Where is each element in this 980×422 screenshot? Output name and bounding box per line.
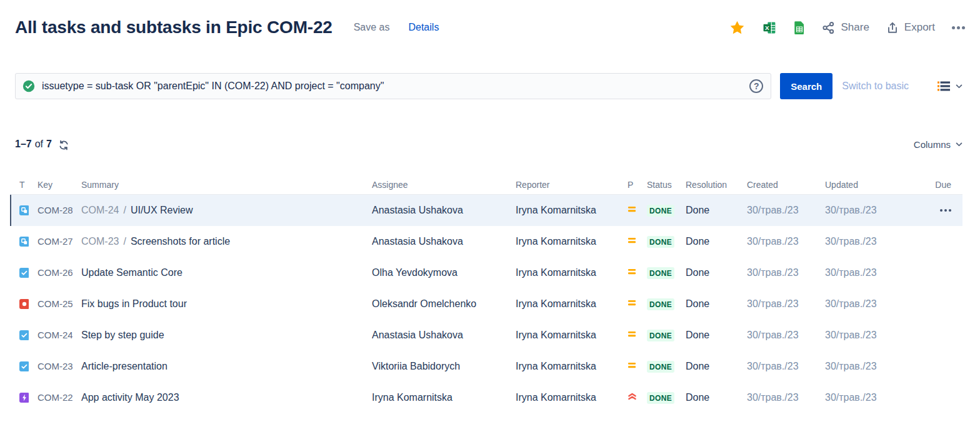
table-row[interactable]: COM-23Article-presentationViktoriia Babi… xyxy=(10,351,962,382)
updated-date: 30/трав./23 xyxy=(816,267,892,278)
created-date: 30/трав./23 xyxy=(738,361,816,372)
col-header-updated[interactable]: Updated xyxy=(816,180,892,190)
issue-summary-link[interactable]: Update Semantic Core xyxy=(81,267,182,278)
task-icon xyxy=(19,331,29,340)
col-header-p[interactable]: P xyxy=(619,180,638,190)
reporter-link[interactable]: Iryna Komarnitska xyxy=(516,361,596,371)
col-header-t[interactable]: T xyxy=(10,180,29,190)
col-header-reporter[interactable]: Reporter xyxy=(507,180,619,190)
export-label: Export xyxy=(904,21,935,34)
excel-export-icon[interactable]: X xyxy=(762,21,777,35)
col-header-summary[interactable]: Summary xyxy=(72,180,363,190)
row-actions-menu[interactable] xyxy=(940,209,951,212)
jira-search-page: All tasks and subtasks in Epic COM-22 Sa… xyxy=(0,0,980,413)
task-icon xyxy=(19,269,29,278)
issue-key-link[interactable]: COM-24 xyxy=(38,330,72,340)
list-view-icon xyxy=(938,81,951,91)
col-header-key[interactable]: Key xyxy=(29,180,72,190)
bug-icon xyxy=(19,300,29,309)
columns-dropdown[interactable]: Columns xyxy=(914,139,962,150)
resolution-value: Done xyxy=(686,298,709,309)
updated-date: 30/трав./23 xyxy=(816,392,892,403)
jql-search-input[interactable] xyxy=(15,73,771,99)
assignee-link[interactable]: Anastasia Ushakova xyxy=(372,330,463,340)
filter-header: All tasks and subtasks in Epic COM-22 Sa… xyxy=(15,0,965,37)
parent-issue-link[interactable]: COM-23 xyxy=(81,236,119,247)
table-row[interactable]: COM-27COM-23/Screenshots for articleAnas… xyxy=(10,226,962,257)
col-header-status[interactable]: Status xyxy=(638,180,677,190)
export-icon xyxy=(886,21,899,34)
status-badge: DONE xyxy=(647,361,674,373)
refresh-icon[interactable] xyxy=(58,140,69,150)
results-toolbar: 1–7of7 Columns xyxy=(15,139,965,150)
issue-summary-link[interactable]: UI/UX Review xyxy=(131,205,193,215)
assignee-link[interactable]: Olha Yevdokymova xyxy=(372,267,458,278)
priority-medium-icon xyxy=(628,361,637,371)
issue-key-link[interactable]: COM-23 xyxy=(38,361,72,371)
issue-summary-link[interactable]: Article-presentation xyxy=(81,361,168,371)
reporter-link[interactable]: Iryna Komarnitska xyxy=(516,267,596,278)
table-row[interactable]: COM-22App activity May 2023Iryna Komarni… xyxy=(10,382,962,413)
table-row[interactable]: COM-25Fix bugs in Product tourOleksandr … xyxy=(10,288,962,320)
details-link[interactable]: Details xyxy=(408,22,439,33)
table-row[interactable]: COM-24Step by step guideAnastasia Ushako… xyxy=(10,320,962,351)
table-body: COM-28COM-24/UI/UX ReviewAnastasia Ushak… xyxy=(10,195,970,413)
parent-issue-link[interactable]: COM-24 xyxy=(81,205,119,215)
favorite-star-icon[interactable] xyxy=(729,19,746,36)
issue-key-link[interactable]: COM-22 xyxy=(38,392,72,403)
reporter-link[interactable]: Iryna Komarnitska xyxy=(516,330,596,340)
save-as-button[interactable]: Save as xyxy=(354,22,390,33)
share-button[interactable]: Share xyxy=(822,21,869,34)
reporter-link[interactable]: Iryna Komarnitska xyxy=(516,392,596,403)
created-date: 30/трав./23 xyxy=(738,267,816,278)
assignee-link[interactable]: Iryna Komarnitska xyxy=(372,392,452,403)
priority-medium-icon xyxy=(628,298,637,309)
table-row[interactable]: COM-26Update Semantic CoreOlha Yevdokymo… xyxy=(10,257,962,288)
col-header-assignee[interactable]: Assignee xyxy=(363,180,507,190)
summary-separator: / xyxy=(123,236,126,247)
more-actions-button[interactable] xyxy=(952,24,965,32)
reporter-link[interactable]: Iryna Komarnitska xyxy=(516,205,596,215)
status-badge: DONE xyxy=(647,205,674,217)
created-date: 30/трав./23 xyxy=(738,205,816,216)
updated-date: 30/трав./23 xyxy=(816,298,892,310)
updated-date: 30/трав./23 xyxy=(816,205,892,216)
created-date: 30/трав./23 xyxy=(738,236,816,247)
export-button[interactable]: Export xyxy=(886,21,935,34)
col-header-created[interactable]: Created xyxy=(738,180,816,190)
search-button[interactable]: Search xyxy=(780,73,832,99)
status-badge: DONE xyxy=(647,267,674,279)
jql-search-bar: ? Search Switch to basic xyxy=(15,73,965,99)
issue-key-link[interactable]: COM-25 xyxy=(38,298,72,309)
assignee-link[interactable]: Viktoriia Babidorych xyxy=(372,361,460,371)
view-switcher-dropdown[interactable] xyxy=(938,81,962,91)
assignee-link[interactable]: Anastasia Ushakova xyxy=(372,205,463,215)
page-title: All tasks and subtasks in Epic COM-22 xyxy=(15,17,332,37)
issue-key-link[interactable]: COM-28 xyxy=(38,205,72,215)
issue-key-link[interactable]: COM-26 xyxy=(38,267,72,278)
col-header-resolution[interactable]: Resolution xyxy=(677,180,738,190)
resolution-value: Done xyxy=(686,236,709,247)
issue-summary-link[interactable]: App activity May 2023 xyxy=(81,392,179,403)
created-date: 30/трав./23 xyxy=(738,392,816,403)
switch-to-basic-link[interactable]: Switch to basic xyxy=(842,81,909,92)
reporter-link[interactable]: Iryna Komarnitska xyxy=(516,236,596,247)
priority-medium-icon xyxy=(628,330,637,340)
status-badge: DONE xyxy=(647,236,674,248)
issue-key-link[interactable]: COM-27 xyxy=(38,236,72,247)
assignee-link[interactable]: Oleksandr Omelchenko xyxy=(372,298,476,309)
assignee-link[interactable]: Anastasia Ushakova xyxy=(372,236,463,247)
results-of-label: of xyxy=(35,139,43,149)
created-date: 30/трав./23 xyxy=(738,330,816,341)
jql-valid-check-icon xyxy=(22,80,35,92)
issue-summary-link[interactable]: Fix bugs in Product tour xyxy=(81,298,187,309)
reporter-link[interactable]: Iryna Komarnitska xyxy=(516,298,596,309)
issue-table: TKeySummaryAssigneeReporterPStatusResolu… xyxy=(10,175,970,413)
col-header-due[interactable]: Due xyxy=(892,180,962,190)
issue-summary-link[interactable]: Screenshots for article xyxy=(131,236,230,247)
table-row[interactable]: COM-28COM-24/UI/UX ReviewAnastasia Ushak… xyxy=(10,195,962,226)
google-sheets-export-icon[interactable] xyxy=(794,21,805,35)
issue-summary-link[interactable]: Step by step guide xyxy=(81,330,164,340)
updated-date: 30/трав./23 xyxy=(816,361,892,372)
svg-text:X: X xyxy=(765,24,769,31)
